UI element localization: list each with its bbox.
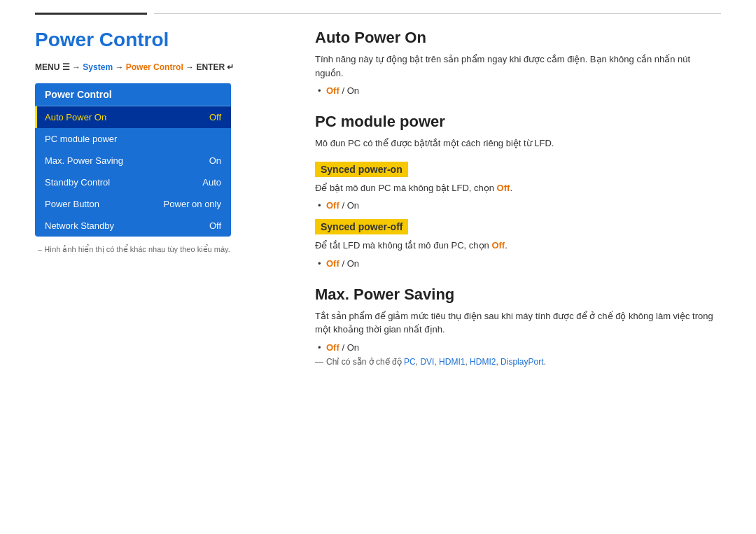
menu-item-label: Max. Power Saving [45, 155, 123, 166]
separator: / [342, 200, 346, 211]
synced-power-on-options: Off / On [315, 200, 721, 211]
breadcrumb-arrow2: → [115, 62, 125, 72]
menu-item-label: Standby Control [45, 177, 110, 188]
menu-item-value: Off [209, 112, 221, 122]
menu-item-standby-control[interactable]: Standby Control Auto [35, 171, 231, 193]
menu-header: Power Control [35, 83, 231, 106]
off-option: Off [326, 200, 340, 211]
menu-item-label: Auto Power On [45, 112, 106, 122]
max-power-saving-note: Chỉ có sẵn ở chế độ PC, DVI, HDMI1, HDMI… [315, 357, 721, 367]
section-max-power-saving: Max. Power Saving Tắt sản phẩm để giảm m… [315, 286, 721, 367]
synced-power-off-desc: Để tắt LFD mà không tắt mô đun PC, chọn … [315, 239, 721, 253]
breadcrumb: MENU ☰ → System → Power Control → ENTER … [35, 62, 287, 72]
on-option: On [347, 258, 359, 269]
menu-item-value: Auto [202, 177, 221, 188]
menu-box: Power Control Auto Power On Off PC modul… [35, 83, 231, 237]
menu-note: – Hình ảnh hiển thị có thể khác nhau tùy… [35, 245, 287, 254]
menu-item-label: Network Standby [45, 220, 114, 231]
breadcrumb-power-control: Power Control [126, 62, 183, 72]
menu-item-auto-power-on[interactable]: Auto Power On Off [35, 106, 231, 128]
synced-power-on-title: Synced power-on [315, 162, 408, 177]
breadcrumb-system: System [83, 62, 113, 72]
synced-power-off-title: Synced power-off [315, 219, 408, 234]
breadcrumb-arrow3: → [186, 62, 196, 72]
synced-power-off-options: Off / On [315, 258, 721, 269]
breadcrumb-menu: MENU ☰ [35, 62, 70, 72]
section-desc-pc-module-power: Mô đun PC có thể được bật/tắt một cách r… [315, 136, 721, 150]
section-title-pc-module-power: PC module power [315, 113, 721, 131]
max-power-saving-options: Off / On [315, 342, 721, 353]
breadcrumb-arrow1: → [72, 62, 83, 72]
section-title-max-power-saving: Max. Power Saving [315, 286, 721, 304]
off-option: Off [326, 85, 340, 96]
separator: / [342, 342, 346, 353]
on-option: On [347, 342, 359, 353]
auto-power-on-options: Off / On [315, 85, 721, 96]
section-auto-power-on: Auto Power On Tính năng này tự động bật … [315, 29, 721, 96]
menu-item-value: Power on only [164, 199, 221, 209]
top-bar-line-left [35, 13, 147, 15]
menu-item-power-button[interactable]: Power Button Power on only [35, 193, 231, 215]
menu-item-max-power-saving[interactable]: Max. Power Saving On [35, 150, 231, 171]
separator: / [342, 85, 346, 96]
off-option: Off [326, 258, 340, 269]
menu-item-value: Off [209, 220, 221, 231]
on-option: On [347, 200, 359, 211]
left-panel: Power Control MENU ☰ → System → Power Co… [35, 29, 287, 384]
top-bar-line-right [154, 13, 721, 14]
on-option: On [347, 85, 359, 96]
main-content: Power Control MENU ☰ → System → Power Co… [0, 22, 756, 398]
top-bar [0, 0, 756, 22]
right-panel: Auto Power On Tính năng này tự động bật … [315, 29, 721, 384]
menu-item-pc-module-power[interactable]: PC module power [35, 128, 231, 150]
menu-item-network-standby[interactable]: Network Standby Off [35, 215, 231, 237]
breadcrumb-enter: ENTER ↵ [196, 62, 234, 72]
section-title-auto-power-on: Auto Power On [315, 29, 721, 47]
menu-item-label: PC module power [45, 134, 117, 144]
menu-item-value: On [209, 155, 221, 166]
section-pc-module-power: PC module power Mô đun PC có thể được bậ… [315, 113, 721, 269]
page-title: Power Control [35, 29, 287, 51]
synced-power-on-desc: Để bật mô đun PC mà không bật LFD, chọn … [315, 181, 721, 195]
separator: / [342, 258, 346, 269]
menu-item-label: Power Button [45, 199, 99, 209]
section-desc-auto-power-on: Tính năng này tự động bật trên sản phẩm … [315, 52, 721, 80]
section-desc-max-power-saving: Tắt sản phẩm để giảm mức tiêu thụ điện s… [315, 309, 721, 337]
off-option: Off [326, 342, 340, 353]
